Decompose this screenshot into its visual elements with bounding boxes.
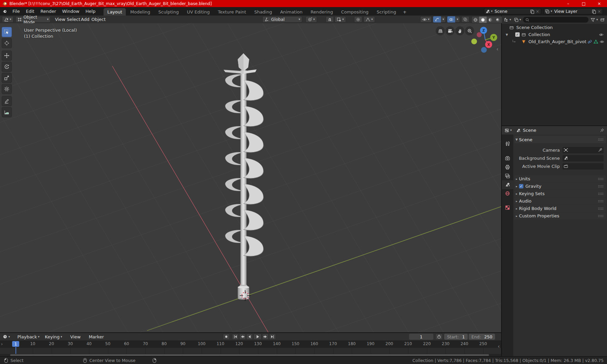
- new-scene-icon[interactable]: [530, 9, 534, 14]
- visibility-dropdown[interactable]: ▾: [420, 16, 432, 23]
- play-button[interactable]: [253, 334, 262, 340]
- scene-panel-header[interactable]: ▼ Scene: [514, 136, 606, 143]
- overlays-dropdown[interactable]: ▾: [455, 16, 460, 23]
- drag-handle-icon[interactable]: [598, 207, 604, 210]
- camera-field[interactable]: [562, 147, 604, 153]
- remove-view-layer-icon[interactable]: ×: [598, 9, 601, 14]
- scrollbar-thumb[interactable]: [10, 354, 489, 356]
- drag-handle-icon[interactable]: [598, 185, 604, 188]
- active-movie-clip-field[interactable]: [562, 163, 604, 170]
- menu-marker[interactable]: Marker: [86, 333, 107, 341]
- nav-mesh-view-button[interactable]: [436, 26, 445, 35]
- shading-wireframe-button[interactable]: [471, 16, 479, 23]
- panel-rigid-body-world[interactable]: ▸ Rigid Body World: [514, 205, 606, 212]
- frame-start-field[interactable]: Start: 1: [444, 334, 468, 340]
- outliner-filter-dropdown[interactable]: ▾: [590, 18, 598, 22]
- region-chevron[interactable]: ›: [1, 341, 3, 346]
- gizmo-dropdown[interactable]: ▾: [441, 16, 446, 23]
- pivot-point-dropdown[interactable]: ▾: [306, 16, 317, 23]
- tab-render[interactable]: [502, 154, 513, 163]
- snap-toggle-button[interactable]: [326, 16, 334, 23]
- tab-uv-editing[interactable]: UV Editing: [183, 8, 213, 16]
- next-keyframe-button[interactable]: [262, 334, 269, 340]
- shading-solid-button[interactable]: [479, 16, 487, 23]
- title-bar[interactable]: Blender* [I:\!!!!conv_3\27\Old_Earth_Aug…: [0, 0, 607, 7]
- menu-tl-view[interactable]: View: [67, 333, 83, 341]
- navigation-gizmo[interactable]: Z Y X: [471, 27, 497, 53]
- outliner-row-collection[interactable]: ▼ ✓ Collection: [502, 31, 607, 38]
- timeline-scrollbar[interactable]: [0, 354, 501, 356]
- falloff-dropdown[interactable]: ▾: [364, 16, 375, 23]
- auger-bit-model[interactable]: [224, 53, 263, 300]
- menu-help[interactable]: Help: [83, 7, 99, 16]
- maximize-button[interactable]: □: [576, 0, 591, 7]
- tab-scripting[interactable]: Scripting: [373, 8, 400, 16]
- tab-texture-paint[interactable]: Texture Paint: [214, 8, 250, 16]
- tool-measure[interactable]: [2, 107, 12, 117]
- gravity-checkbox[interactable]: ✓: [519, 184, 523, 188]
- add-workspace-button[interactable]: +: [401, 8, 409, 16]
- timeline-editor-type-button[interactable]: ▾: [3, 334, 10, 339]
- properties-editor-type-button[interactable]: ▾: [504, 128, 512, 133]
- panel-custom-properties[interactable]: ▸ Custom Properties: [514, 212, 606, 219]
- collection-checkbox[interactable]: ✓: [515, 32, 520, 37]
- proportional-editing-button[interactable]: [354, 16, 362, 23]
- tab-output[interactable]: [502, 163, 513, 172]
- panel-units[interactable]: ▸ Units: [514, 175, 606, 182]
- outliner-display-mode-dropdown[interactable]: ▾: [504, 18, 511, 22]
- xray-toggle[interactable]: [461, 16, 469, 23]
- menu-object[interactable]: Object: [89, 16, 108, 23]
- tab-sculpting[interactable]: Sculpting: [154, 8, 182, 16]
- nav-zoom-button[interactable]: [465, 26, 474, 35]
- tool-select-box[interactable]: [2, 27, 12, 37]
- tab-scene[interactable]: [502, 180, 513, 189]
- nav-camera-view-button[interactable]: [445, 26, 455, 35]
- disclosure-triangle[interactable]: ▼: [504, 33, 509, 36]
- background-scene-field[interactable]: [562, 155, 604, 161]
- tab-animation[interactable]: Animation: [277, 8, 306, 16]
- menu-window[interactable]: Window: [59, 7, 82, 16]
- prev-keyframe-button[interactable]: [239, 334, 246, 340]
- tool-annotate[interactable]: [2, 96, 12, 106]
- panel-audio[interactable]: ▸ Audio: [514, 198, 606, 205]
- pin-icon[interactable]: [600, 128, 604, 133]
- shading-material-button[interactable]: [487, 16, 494, 23]
- tool-cursor[interactable]: [2, 38, 12, 48]
- unlink-scene-icon[interactable]: ×: [536, 9, 539, 14]
- timeline-tracks[interactable]: [0, 348, 501, 354]
- outliner-search-input[interactable]: [523, 17, 588, 23]
- panel-gravity[interactable]: ▸ ✓ Gravity: [514, 183, 606, 190]
- show-overlays-toggle[interactable]: [447, 16, 455, 23]
- menu-keying[interactable]: Keying▾: [42, 333, 65, 341]
- jump-to-end-button[interactable]: [269, 334, 276, 340]
- shading-rendered-button[interactable]: [494, 16, 501, 23]
- current-frame-marker[interactable]: 1: [12, 341, 19, 347]
- playhead-line[interactable]: [16, 347, 16, 354]
- outliner-filter-type-dropdown[interactable]: ▾: [514, 18, 521, 22]
- tab-view-layer[interactable]: [502, 172, 513, 180]
- new-view-layer-icon[interactable]: [591, 9, 596, 14]
- drag-handle-icon[interactable]: [598, 178, 604, 180]
- 3d-viewport[interactable]: Z Y X User Perspective (Local) (1) Colle…: [0, 23, 501, 332]
- tab-texture[interactable]: [502, 203, 513, 212]
- prev-frame-button[interactable]: [246, 334, 253, 340]
- tab-modeling[interactable]: Modeling: [126, 8, 154, 16]
- timeline-ruler[interactable]: › 1 ‹ 1020304050607080901001101201301401…: [0, 340, 501, 348]
- close-button[interactable]: ×: [591, 0, 607, 7]
- scene-selector[interactable]: ▾ Scene ×: [484, 8, 541, 14]
- tool-scale[interactable]: [2, 73, 12, 83]
- use-preview-range-button[interactable]: [435, 334, 443, 340]
- snap-target-dropdown[interactable]: ▾: [335, 16, 346, 23]
- new-collection-button[interactable]: [600, 18, 605, 22]
- hide-toggle[interactable]: [599, 32, 604, 37]
- drag-handle-icon[interactable]: [598, 192, 604, 195]
- tool-transform[interactable]: [2, 84, 12, 94]
- outliner-row-object[interactable]: Old_Earth_Auger_Bit_pivot: [502, 38, 607, 45]
- editor-type-button[interactable]: ▾: [2, 16, 13, 23]
- nav-pan-button[interactable]: [455, 26, 464, 35]
- outliner-row-scene-collection[interactable]: Scene Collection: [502, 24, 607, 31]
- auto-keyframe-button[interactable]: [223, 334, 230, 340]
- gizmo-neg-x[interactable]: [477, 32, 482, 37]
- drag-handle-icon[interactable]: [598, 215, 604, 217]
- view-layer-selector[interactable]: ▾ View Layer ×: [544, 8, 603, 14]
